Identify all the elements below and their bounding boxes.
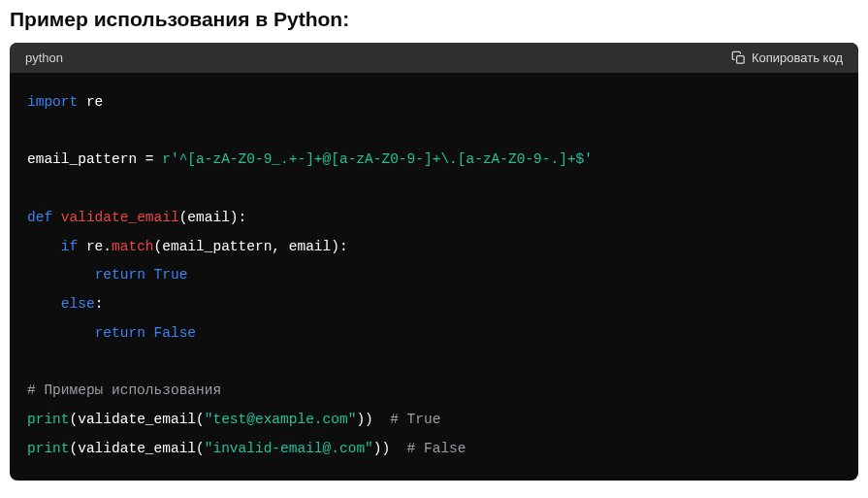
clipboard-icon — [731, 50, 746, 65]
code-token: validate_email — [61, 210, 179, 225]
code-token: ( — [196, 441, 205, 456]
code-token: "invalid-email@.com" — [205, 441, 373, 456]
svg-rect-0 — [737, 56, 745, 64]
code-token: ): — [230, 210, 246, 225]
code-token: "test@example.com" — [205, 412, 357, 427]
code-token: (email_pattern, email): — [154, 239, 348, 254]
code-token: else — [61, 296, 95, 312]
code-token: def — [27, 210, 61, 225]
code-token: False — [154, 325, 197, 341]
code-token: r'^[a-zA-Z0-9_.+-]+@[a-zA-Z0-9-]+\.[a-zA… — [162, 151, 593, 167]
code-token — [27, 296, 61, 312]
code-token: : — [95, 296, 104, 312]
code-token: match — [112, 239, 154, 254]
code-token — [27, 239, 61, 254]
section-heading: Пример использования в Python: — [10, 8, 858, 31]
code-block: python Копировать код import re email_pa… — [10, 43, 858, 481]
code-token: print — [27, 441, 70, 456]
code-token: # True — [390, 412, 440, 427]
code-token: if — [61, 239, 86, 254]
code-language-label: python — [25, 50, 63, 65]
code-token: ( — [70, 441, 79, 456]
code-header: python Копировать код — [10, 43, 858, 73]
code-token: True — [154, 267, 188, 282]
code-token — [27, 267, 95, 282]
code-body[interactable]: import re email_pattern = r'^[a-zA-Z0-9_… — [10, 73, 858, 481]
copy-code-label: Копировать код — [752, 50, 843, 65]
code-token: validate_email — [78, 412, 196, 427]
code-token: )) — [373, 441, 407, 456]
code-token: print — [27, 412, 70, 427]
code-token: ( — [196, 412, 205, 427]
code-token: ( — [70, 412, 79, 427]
code-token: import — [27, 94, 86, 110]
code-token: )) — [356, 412, 390, 427]
code-token: # False — [407, 441, 466, 456]
code-token: validate_email — [78, 441, 196, 456]
code-token: return — [95, 267, 154, 282]
copy-code-button[interactable]: Копировать код — [731, 50, 843, 65]
code-token: return — [95, 325, 154, 341]
code-token — [27, 325, 95, 341]
code-token: # Примеры использования — [27, 382, 221, 398]
code-token: email — [187, 210, 230, 225]
code-token: re — [86, 94, 103, 110]
code-token: email_pattern = — [27, 151, 162, 167]
code-token: re. — [86, 239, 112, 254]
